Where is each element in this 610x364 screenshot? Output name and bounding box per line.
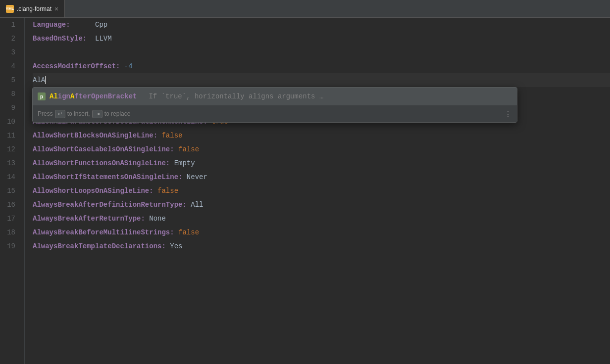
yaml-value: false: [157, 129, 182, 142]
line-number: 5: [0, 73, 19, 87]
tab-close-button[interactable]: ×: [54, 5, 58, 13]
line-number: 18: [0, 226, 19, 239]
autocomplete-middle-2: fterOpenBracket: [74, 92, 137, 100]
tab-clang-format[interactable]: YML .clang-format ×: [0, 0, 65, 17]
yaml-key: AllowShortBlocksOnASingleLine:: [33, 129, 157, 142]
more-options-icon[interactable]: ⋮: [504, 109, 512, 119]
yaml-value: LLVM: [87, 32, 111, 46]
line-number: 17: [0, 212, 19, 226]
autocomplete-footer: Press ↵ to insert, ⇥ to replace ⋮: [33, 105, 517, 122]
autocomplete-highlight-1: Al: [50, 92, 58, 100]
yaml-value: All: [187, 198, 203, 212]
yml-icon: YML: [6, 5, 14, 13]
line-number: 15: [0, 184, 19, 198]
line-number: 9: [0, 101, 19, 115]
yaml-key: AlwaysBreakAfterDefinitionReturnType:: [33, 198, 187, 212]
code-line: [33, 46, 610, 59]
yaml-key: AllowShortLoopsOnASingleLine:: [33, 184, 153, 198]
code-line: AllowShortCaseLabelsOnASingleLine: false: [33, 142, 610, 156]
yaml-value: false: [174, 142, 199, 156]
yaml-key: AllowShortFunctionsOnASingleLine:: [33, 156, 170, 170]
yaml-value: false: [174, 226, 199, 239]
autocomplete-completion-text: AlignAfterOpenBracket: [50, 92, 137, 100]
code-line: Language: Cpp: [33, 18, 610, 32]
code-line: AccessModifierOffset: -4: [33, 59, 610, 73]
autocomplete-badge: p: [38, 92, 46, 100]
autocomplete-popup[interactable]: p AlignAfterOpenBracket If `true`, horiz…: [32, 87, 517, 123]
code-line: AlwaysBreakAfterDefinitionReturnType: Al…: [33, 198, 610, 212]
code-line: BasedOnStyle: LLVM: [33, 32, 610, 46]
yaml-key: AlwaysBreakBeforeMultilineStrings:: [33, 226, 174, 239]
line-number: 11: [0, 129, 19, 142]
tab-bar: YML .clang-format ×: [0, 0, 610, 18]
code-line: AlwaysBreakAfterReturnType: None: [33, 212, 610, 226]
code-line: AlA: [33, 73, 610, 87]
line-number: 4: [0, 59, 19, 73]
tab-key: ⇥: [92, 110, 102, 118]
yaml-value: Never: [182, 170, 207, 184]
yaml-key: BasedOnStyle:: [33, 32, 87, 46]
yaml-key: AlwaysBreakTemplateDeclarations:: [33, 239, 166, 253]
line-number: 8: [0, 87, 19, 101]
tab-hint: to replace: [104, 110, 131, 117]
yaml-key: Language:: [33, 18, 70, 32]
yaml-value: Empty: [170, 156, 195, 170]
yaml-value: false: [153, 184, 178, 198]
enter-key: ↵: [55, 110, 65, 118]
yaml-value: None: [145, 212, 166, 226]
yaml-value: Yes: [166, 239, 183, 253]
yaml-key: AllowShortCaseLabelsOnASingleLine:: [33, 142, 174, 156]
line-numbers: 12345678910111213141516171819: [0, 18, 25, 364]
line-number: 14: [0, 170, 19, 184]
text-cursor: [45, 76, 46, 84]
tab-filename: .clang-format: [17, 5, 51, 12]
press-label: Press: [38, 110, 53, 117]
line-number: 12: [0, 142, 19, 156]
line-number: 1: [0, 18, 19, 32]
code-line: AlwaysBreakTemplateDeclarations: Yes: [33, 239, 610, 253]
line-number: 16: [0, 198, 19, 212]
autocomplete-description: If `true`, horizontally aligns arguments…: [149, 92, 323, 100]
footer-hint: Press ↵ to insert, ⇥ to replace: [38, 110, 130, 118]
code-line: AlwaysBreakBeforeMultilineStrings: false: [33, 226, 610, 239]
autocomplete-item[interactable]: p AlignAfterOpenBracket If `true`, horiz…: [33, 88, 517, 105]
line-number: 13: [0, 156, 19, 170]
code-area[interactable]: Language: CppBasedOnStyle: LLVMAccessMod…: [25, 18, 610, 364]
line-number: 2: [0, 32, 19, 46]
code-line: AllowShortLoopsOnASingleLine: false: [33, 184, 610, 198]
typing-text: AlA: [33, 73, 45, 87]
yaml-key: AlwaysBreakAfterReturnType:: [33, 212, 145, 226]
editor: 12345678910111213141516171819 Language: …: [0, 18, 610, 364]
yaml-key: AllowShortIfStatementsOnASingleLine:: [33, 170, 182, 184]
line-number: 10: [0, 115, 19, 129]
yaml-key: AccessModifierOffset:: [33, 59, 120, 73]
code-line: AllowShortFunctionsOnASingleLine: Empty: [33, 156, 610, 170]
code-line: AllowShortIfStatementsOnASingleLine: Nev…: [33, 170, 610, 184]
yaml-value: Cpp: [70, 18, 108, 32]
enter-hint: to insert,: [67, 110, 90, 117]
code-line: AllowShortBlocksOnASingleLine: false: [33, 129, 610, 142]
yaml-value: -4: [120, 59, 132, 73]
autocomplete-middle-1: ign: [58, 92, 70, 100]
line-number: 3: [0, 46, 19, 59]
line-number: 19: [0, 239, 19, 253]
